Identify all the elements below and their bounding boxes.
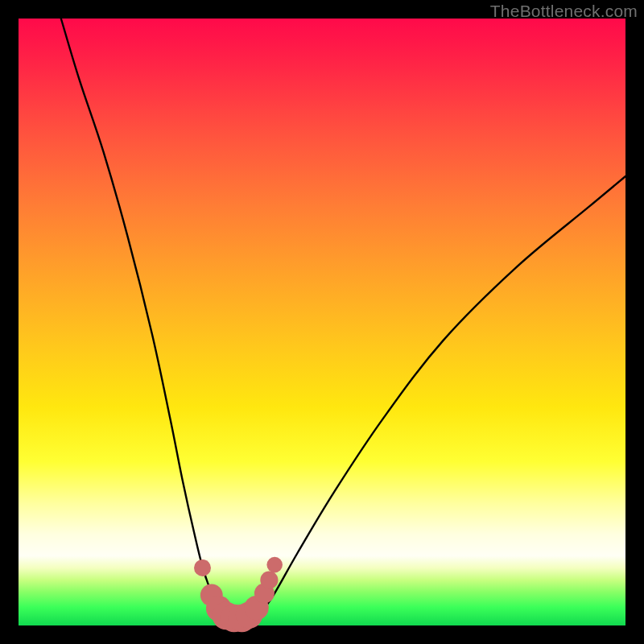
- bottleneck-curve-line: [61, 19, 625, 619]
- watermark-text: TheBottleneck.com: [490, 2, 638, 21]
- chart-svg: [19, 19, 625, 625]
- marker-dots: [194, 557, 283, 633]
- marker-dot: [260, 571, 278, 588]
- outer-frame: TheBottleneck.com: [0, 0, 644, 644]
- marker-dot: [266, 557, 283, 573]
- marker-dot: [194, 559, 211, 576]
